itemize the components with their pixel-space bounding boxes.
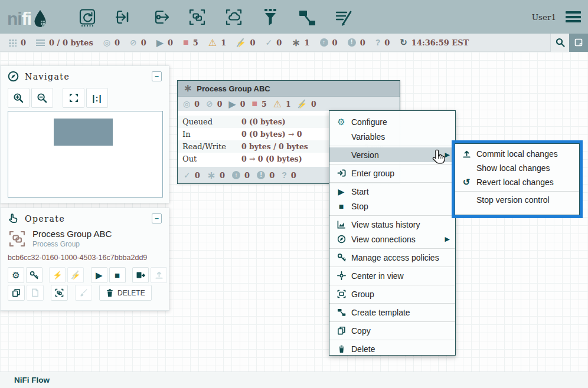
collapse-operate-button[interactable]: – xyxy=(152,213,162,223)
submenu-item-revert-local-changes[interactable]: ↺Revert local changes xyxy=(455,175,579,189)
output-port-icon[interactable] xyxy=(150,6,171,28)
color-button[interactable] xyxy=(75,285,92,301)
menu-item-view-connections[interactable]: View connections▶ xyxy=(329,232,455,246)
template-icon xyxy=(337,308,346,317)
stale-arrow-icon: ↑ xyxy=(232,171,240,179)
selected-component-name: Process Group ABC xyxy=(32,229,112,239)
settings-drawer-button[interactable] xyxy=(569,34,588,52)
zoom-fit-button[interactable] xyxy=(63,88,84,108)
stopped-icon: ■ xyxy=(251,98,257,109)
configuration-button[interactable]: ⚙ xyxy=(8,267,24,283)
menu-item-manage-access-policies[interactable]: Manage access policies xyxy=(329,250,455,265)
menu-separator xyxy=(455,191,579,192)
running-stat: ▶0 xyxy=(156,37,173,48)
search-button[interactable] xyxy=(550,34,569,52)
menu-item-copy[interactable]: Copy xyxy=(329,323,455,338)
group-select-icon xyxy=(55,288,64,297)
menu-item-configure[interactable]: ⚙Configure xyxy=(329,114,455,129)
chart-icon xyxy=(337,220,346,229)
compass-icon xyxy=(8,71,19,82)
refresh-icon[interactable]: ↻ xyxy=(400,37,407,48)
gear-icon: ⚙ xyxy=(337,117,346,127)
save-template-button[interactable] xyxy=(132,267,149,283)
queued-stat: 0 / 0 bytes xyxy=(36,38,93,47)
menu-separator xyxy=(329,164,455,165)
paste-button[interactable] xyxy=(27,285,44,301)
key-icon xyxy=(30,271,38,280)
refresh-group: ↻14:36:59 EST xyxy=(400,37,469,48)
submenu-item-stop-version-control[interactable]: Stop version control xyxy=(455,193,579,207)
flow-canvas[interactable]: ∗ Process Group ABC ◎0 ⊘0 ▶0 ■5 ⚠1 ⚡0 Qu… xyxy=(0,52,588,371)
upload-icon xyxy=(155,271,164,280)
selected-component-id: bcb6cc32-0160-1000-4503-16c7bbba2dd9 xyxy=(1,248,169,265)
context-menu: ⚙Configure Variables Version▶ Enter grou… xyxy=(329,110,456,356)
minimap-component-rect[interactable] xyxy=(54,119,113,146)
menu-separator xyxy=(329,146,455,146)
running-icon: ▶ xyxy=(156,37,164,48)
zoom-actual-button[interactable]: |:| xyxy=(86,88,108,108)
breadcrumb-bar: NiFi Flow xyxy=(0,371,588,388)
menu-item-enter-group[interactable]: Enter group xyxy=(329,166,455,180)
menu-item-create-template[interactable]: Create template xyxy=(329,305,455,320)
copy-button[interactable] xyxy=(8,285,25,301)
global-menu-icon[interactable] xyxy=(566,9,581,25)
menu-separator xyxy=(329,285,455,285)
input-port-icon[interactable] xyxy=(113,6,135,28)
operate-panel-header[interactable]: Operate – xyxy=(1,208,169,228)
menu-separator xyxy=(329,267,455,267)
birdseye-minimap[interactable] xyxy=(8,111,163,198)
process-group-header[interactable]: ∗ Process Group ABC xyxy=(178,81,400,97)
group-button[interactable] xyxy=(51,285,68,301)
breadcrumb-nifi-flow[interactable]: NiFi Flow xyxy=(14,376,50,384)
menu-item-version[interactable]: Version▶ xyxy=(329,147,455,162)
processor-icon[interactable] xyxy=(77,6,98,28)
menu-item-start[interactable]: ▶Start xyxy=(329,184,455,199)
menu-item-delete[interactable]: Delete xyxy=(329,341,455,356)
version-submenu: Commit local changes Show local changes … xyxy=(455,143,580,215)
group-select-icon xyxy=(337,290,346,298)
one-to-one-icon: |:| xyxy=(92,93,102,103)
menu-item-view-status-history[interactable]: View status history xyxy=(329,217,455,232)
key-icon xyxy=(337,253,346,262)
invalid-warning-icon: ⚠ xyxy=(273,98,282,110)
enable-button[interactable]: ⚡ xyxy=(49,267,66,283)
label-icon[interactable] xyxy=(333,6,354,28)
upload-icon xyxy=(462,150,471,159)
copy-icon xyxy=(337,326,346,335)
start-button[interactable]: ▶ xyxy=(91,267,107,283)
lightning-icon: ⚡ xyxy=(53,271,62,280)
template-icon[interactable] xyxy=(296,6,318,28)
remote-process-group-icon[interactable] xyxy=(223,6,244,28)
play-icon: ▶ xyxy=(337,187,346,196)
collapse-navigate-button[interactable]: – xyxy=(152,71,162,81)
menu-separator xyxy=(329,340,455,340)
app-header: nifi User1 xyxy=(0,0,588,34)
funnel-icon[interactable] xyxy=(260,6,281,28)
access-policies-button[interactable] xyxy=(26,267,43,283)
stopped-icon: ■ xyxy=(183,37,189,48)
selected-component-type: Process Group xyxy=(32,240,112,248)
disable-button[interactable]: ⚡ xyxy=(67,267,84,283)
menu-item-group[interactable]: Group xyxy=(329,287,455,301)
gear-icon: ⚙ xyxy=(12,270,19,281)
menu-item-center-in-view[interactable]: Center in view xyxy=(329,268,455,283)
process-group-icon[interactable] xyxy=(187,6,208,28)
submenu-item-commit-local-changes[interactable]: Commit local changes xyxy=(455,147,579,161)
upload-template-button[interactable] xyxy=(151,267,167,283)
menu-item-variables[interactable]: Variables xyxy=(329,129,455,144)
submenu-item-show-local-changes[interactable]: Show local changes xyxy=(455,161,579,175)
hand-icon xyxy=(8,213,19,224)
stop-button[interactable]: ■ xyxy=(109,267,126,283)
queued-list-icon xyxy=(36,40,45,46)
zoom-in-button[interactable] xyxy=(8,88,30,108)
delete-button[interactable]: DELETE xyxy=(99,285,152,301)
threads-grid-icon xyxy=(8,38,17,47)
menu-item-stop[interactable]: ■Stop xyxy=(329,199,455,213)
disabled-bolt-icon: ⚡ xyxy=(236,38,246,47)
navigate-panel: Navigate – |:| xyxy=(0,65,169,203)
navigate-panel-header[interactable]: Navigate – xyxy=(1,66,169,86)
nifi-drop-icon xyxy=(32,9,48,29)
stopped-stat: ■5 xyxy=(183,37,198,48)
zoom-out-button[interactable] xyxy=(31,88,53,108)
menu-separator xyxy=(329,182,455,183)
